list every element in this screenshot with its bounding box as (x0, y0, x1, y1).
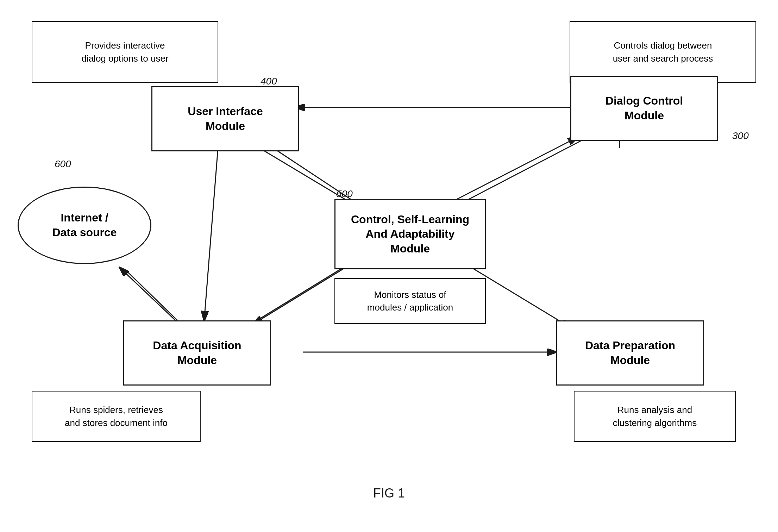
data-preparation-module-box: Data PreparationModule (556, 320, 704, 386)
control-self-learning-module-box: Control, Self-LearningAnd AdaptabilityMo… (334, 199, 486, 269)
annotation-user-interface: Provides interactivedialog options to us… (32, 21, 218, 83)
svg-line-14 (204, 144, 218, 320)
dialog-control-module-box: Dialog ControlModule (570, 76, 718, 141)
label-300: 300 (732, 130, 749, 142)
svg-line-5 (451, 137, 577, 202)
user-interface-module-box: User InterfaceModule (151, 86, 299, 151)
annotation-runs-spiders: Runs spiders, retrievesand stores docume… (32, 391, 201, 442)
data-acquisition-module-box: Data AcquisitionModule (123, 320, 271, 386)
internet-data-source-ellipse: Internet /Data source (18, 187, 151, 264)
label-500: 500 (336, 188, 353, 200)
label-400: 400 (261, 76, 277, 87)
annotation-runs-analysis: Runs analysis andclustering algorithms (574, 391, 736, 442)
svg-line-6 (456, 141, 581, 206)
annotation-dialog-control: Controls dialog betweenuser and search p… (570, 21, 756, 83)
annotation-monitors-status: Monitors status ofmodules / application (334, 278, 486, 324)
label-600: 600 (55, 158, 71, 170)
fig-label: FIG 1 (334, 486, 444, 501)
diagram: Provides interactivedialog options to us… (0, 0, 778, 532)
